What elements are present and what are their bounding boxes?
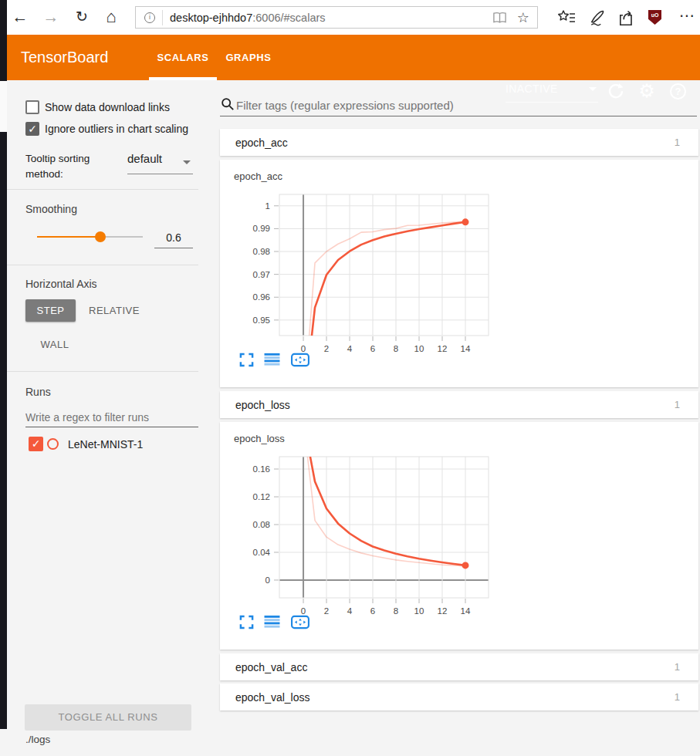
divider [0,189,198,190]
horizontal-axis-label: Horizontal Axis [25,278,97,290]
logdir-path: ./logs [25,734,50,745]
show-download-links-checkbox[interactable] [25,100,39,114]
desktop-edge-strip [0,132,7,729]
card-header-epoch-loss[interactable]: epoch_loss 1 [220,391,698,418]
divider [0,265,198,265]
epoch-loss-line-chart[interactable]: 00.040.080.120.1602468101214 [220,422,698,621]
tensorboard-header: TensorBoard SCALARS GRAPHS INACTIVE ⚙ ? [0,35,700,80]
tooltip-sorting-label: Tooltip sorting method: [25,151,117,181]
svg-text:2: 2 [324,606,329,616]
smoothing-slider[interactable] [37,231,143,242]
address-separator [162,10,163,25]
card-title: epoch_val_loss [235,691,310,704]
help-question-glyph: ? [670,83,686,100]
svg-text:14: 14 [461,606,471,616]
fit-domain-icon[interactable] [290,615,310,629]
tooltip-sorting-value: default [127,152,162,165]
card-header-epoch-acc[interactable]: epoch_acc 1 [220,129,698,156]
axis-relative-button[interactable]: RELATIVE [83,299,145,322]
axis-step-button[interactable]: STEP [25,299,76,322]
card-count-badge: 1 [675,691,680,703]
chevron-down-icon [183,160,191,164]
chart-card-epoch-acc: epoch_acc 0.950.960.970.980.991024681012… [220,160,698,387]
chart-toolbar [239,353,310,367]
tab-graphs[interactable]: GRAPHS [217,35,280,80]
slider-fill [37,236,100,238]
search-icon [221,97,235,111]
ignore-outliers-checkbox[interactable]: ✓ [25,122,39,136]
tooltip-sorting-dropdown[interactable]: default [127,152,193,174]
run-label: LeNet-MNIST-1 [68,438,143,451]
data-table-icon[interactable] [264,615,280,629]
chart-card-epoch-loss: epoch_loss 00.040.080.120.1602468101214 [220,422,698,650]
browser-menu-icon[interactable]: ⋯ [679,6,695,25]
svg-text:4: 4 [347,344,353,353]
card-header-epoch-val-acc[interactable]: epoch_val_acc 1 [220,653,698,680]
svg-text:2: 2 [324,344,329,353]
card-header-epoch-val-loss[interactable]: epoch_val_loss 1 [220,683,698,710]
site-info-icon[interactable]: i [144,12,155,23]
hub-favorites-icon[interactable] [557,8,576,27]
svg-text:0.08: 0.08 [253,520,270,529]
help-icon[interactable]: ? [670,83,688,102]
card-count-badge: 1 [675,137,680,148]
svg-text:8: 8 [394,344,398,353]
data-table-icon[interactable] [264,353,280,367]
card-count-badge: 1 [675,399,680,410]
web-note-pen-icon[interactable] [589,8,607,27]
tensorboard-window: { "browser": { "address": { "host": "des… [0,0,700,756]
app-title: TensorBoard [21,35,108,80]
reading-view-icon[interactable] [492,12,507,24]
adblock-extension-icon[interactable]: uO [648,10,661,25]
filter-tags-input[interactable] [236,96,668,114]
status-label: INACTIVE [506,83,558,95]
svg-text:0: 0 [265,575,270,585]
forward-icon[interactable]: → [40,6,62,28]
ignore-outliers-label: Ignore outliers in chart scaling [45,123,192,135]
slider-thumb[interactable] [95,231,106,242]
run-color-swatch [47,438,59,450]
url-text: desktop-ejhhdo7:6006/#scalars [170,12,326,24]
back-icon[interactable]: ← [9,6,31,28]
svg-text:4: 4 [347,606,353,616]
run-checkbox[interactable]: ✓ [29,437,43,451]
fit-domain-icon[interactable] [290,353,310,367]
svg-text:0.04: 0.04 [253,548,271,557]
svg-text:6: 6 [370,606,375,616]
reload-icon[interactable]: ↻ [71,6,93,28]
address-bar[interactable]: i desktop-ejhhdo7:6006/#scalars ☆ [135,6,538,29]
runs-filter-input[interactable] [25,407,198,427]
smoothing-value-input[interactable] [154,227,193,248]
svg-text:0.99: 0.99 [253,224,270,233]
filter-underline [220,116,697,116]
axis-wall-button[interactable]: WALL [25,333,84,356]
card-title: epoch_acc [235,137,288,149]
svg-text:0.95: 0.95 [253,316,270,325]
chevron-down-icon [589,87,597,91]
home-icon[interactable]: ⌂ [100,6,122,28]
chart-toolbar [239,615,310,629]
tab-scalars[interactable]: SCALARS [149,35,217,80]
card-title: epoch_val_acc [235,661,307,673]
epoch-acc-line-chart[interactable]: 0.950.960.970.980.99102468101214 [220,160,698,359]
expand-chart-icon[interactable] [239,353,254,367]
desktop-edge-strip [0,81,7,132]
card-title: epoch_loss [235,399,290,411]
smoothing-label: Smoothing [25,203,77,215]
toggle-all-runs-button[interactable]: TOGGLE ALL RUNS [25,704,191,731]
svg-text:1: 1 [265,201,270,211]
svg-text:14: 14 [461,344,471,353]
svg-text:12: 12 [438,344,448,353]
svg-text:12: 12 [438,606,448,616]
svg-text:0.16: 0.16 [253,464,270,474]
url-path: :6006/#scalars [252,12,325,24]
expand-chart-icon[interactable] [239,615,254,629]
svg-text:10: 10 [414,344,424,353]
svg-text:10: 10 [414,606,424,616]
card-count-badge: 1 [675,661,680,673]
browser-chrome: ← → ↻ ⌂ i desktop-ejhhdo7:6006/#scalars … [0,0,700,35]
svg-text:0.98: 0.98 [253,247,270,256]
add-favorite-icon[interactable]: ☆ [517,11,529,25]
share-icon[interactable] [617,8,636,27]
show-download-links-label: Show data download links [45,101,170,113]
